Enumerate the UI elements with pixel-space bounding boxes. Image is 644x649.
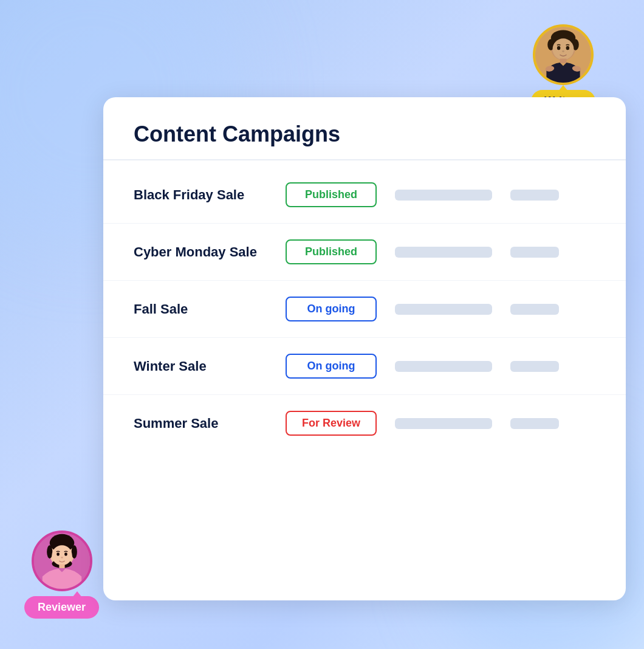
- campaign-name-3: Fall Sale: [134, 301, 267, 317]
- placeholder-bar-5b: [510, 418, 559, 429]
- svg-point-20: [64, 552, 67, 556]
- svg-point-6: [557, 46, 561, 50]
- status-badge-4: On going: [286, 354, 377, 379]
- svg-point-7: [566, 46, 570, 50]
- status-badge-2: Published: [286, 239, 377, 264]
- campaign-name-1: Black Friday Sale: [134, 187, 267, 203]
- campaign-name-2: Cyber Monday Sale: [134, 244, 267, 260]
- content-campaigns-card: Content Campaigns Black Friday Sale Publ…: [103, 97, 626, 600]
- status-badge-1: Published: [286, 182, 377, 207]
- card-header: Content Campaigns: [103, 97, 626, 160]
- table-row: Summer Sale For Review: [103, 395, 626, 452]
- svg-point-19: [57, 552, 60, 556]
- svg-rect-9: [560, 58, 567, 63]
- writers-avatar: [533, 24, 594, 85]
- svg-point-15: [47, 545, 52, 558]
- placeholder-bar-2b: [510, 247, 559, 258]
- campaign-list: Black Friday Sale Published Cyber Monday…: [103, 160, 626, 458]
- table-row: Fall Sale On going: [103, 281, 626, 338]
- placeholder-bar-4b: [510, 361, 559, 372]
- placeholder-bar-2a: [395, 247, 492, 258]
- svg-point-21: [61, 557, 63, 558]
- svg-point-16: [71, 545, 77, 558]
- reviewer-label: Reviewer: [38, 601, 86, 613]
- status-badge-3: On going: [286, 297, 377, 321]
- campaign-name-4: Winter Sale: [134, 359, 267, 374]
- placeholder-bar-4a: [395, 361, 492, 372]
- svg-point-5: [553, 38, 574, 60]
- card-title: Content Campaigns: [134, 122, 595, 147]
- placeholder-bar-3a: [395, 304, 492, 315]
- table-row: Black Friday Sale Published: [103, 167, 626, 224]
- svg-rect-22: [59, 565, 64, 568]
- placeholder-bar-5a: [395, 418, 492, 429]
- placeholder-bar-3b: [510, 304, 559, 315]
- campaign-name-5: Summer Sale: [134, 416, 267, 431]
- svg-point-8: [562, 50, 564, 52]
- table-row: Cyber Monday Sale Published: [103, 224, 626, 281]
- reviewer-avatar: [32, 531, 92, 591]
- writers-avatar-image: [535, 27, 591, 83]
- status-badge-5: For Review: [286, 411, 377, 436]
- reviewer-section: Reviewer: [24, 531, 99, 619]
- table-row: Winter Sale On going: [103, 338, 626, 395]
- reviewer-badge: Reviewer: [24, 596, 99, 619]
- placeholder-bar-1b: [510, 190, 559, 201]
- reviewer-avatar-image: [34, 533, 90, 589]
- placeholder-bar-1a: [395, 190, 492, 201]
